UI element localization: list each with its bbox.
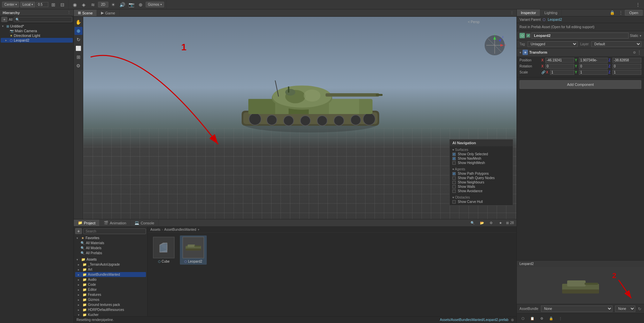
hand-tool-btn[interactable]: ✋ [75,18,83,26]
transform-more-btn[interactable]: ⋮ [637,50,641,55]
fx-btn[interactable]: 📷 [128,1,136,8]
grid-icon-btn[interactable]: ⊟ [58,1,66,8]
move-tool-btn[interactable]: ⊕ [75,27,83,35]
asset-folder-gizmos[interactable]: ▸ 📁 Gizmos [75,297,146,302]
rot-y-input[interactable]: 0 [579,64,608,69]
asset-folder-hdrp[interactable]: ▸ 📁 HDRPDefaultResources [75,307,146,312]
transform-expand-arrow[interactable]: ▾ [519,51,521,54]
favorites-all-models[interactable]: 🔍 All Models [75,246,146,251]
game-tab[interactable]: ▶ Game [97,10,119,16]
add-component-btn[interactable]: Add Component [519,80,641,89]
hierarchy-more[interactable]: ⋮ [67,10,71,15]
hierarchy-add-btn[interactable]: + [1,17,7,22]
rot-z-input[interactable]: 0 [612,64,641,69]
project-icon1[interactable]: 🔍 [468,219,477,227]
project-icon2[interactable]: 📂 [478,219,486,227]
object-name-input[interactable] [532,33,629,39]
ai-nav-show-heightmesh[interactable]: Show HeightMesh [452,161,510,165]
project-icon3[interactable]: ⚙ [487,219,495,227]
console-tab[interactable]: 💻 Console [131,220,158,226]
inspector-lock-btn[interactable]: 🔒 [608,10,617,15]
camera-btn[interactable]: ⊕ [137,1,145,8]
inspector-tab[interactable]: Inspector [517,9,540,16]
compass-gizmo[interactable]: Y X Z [483,34,506,57]
center-dropdown[interactable]: Center [2,2,19,7]
lighting-toggle-btn[interactable]: ☀ [109,1,117,8]
snap-value-input[interactable] [36,2,48,7]
tree-item-leopard2[interactable]: ▸ ⬡ Leopard2 [1,38,73,43]
transform-options-btn[interactable]: ⚙ [633,51,636,54]
pos-x-input[interactable]: -46.19241 [545,58,574,63]
path-dropdown-arrow[interactable]: ▾ [198,228,199,231]
pos-y-input[interactable]: 1.907349e- [579,58,608,63]
lighting-tab[interactable]: Lighting [540,9,562,16]
2d-btn[interactable]: 2D [98,2,108,7]
ai-nav-show-neighbours[interactable]: Show Neighbours [452,180,510,184]
path-assetbundles[interactable]: AssetBundlesWanted [164,228,196,231]
favorites-header[interactable]: ▾ ★ Favorites [75,235,146,240]
ai-nav-show-carve-hull[interactable]: Show Carve Hull [452,200,510,204]
inspector-bottom-btn5[interactable]: ⋮ [556,315,564,322]
inspector-bottom-btn2[interactable]: 📋 [528,315,536,322]
favorites-all-materials[interactable]: 🔍 All Materials [75,240,146,246]
pos-z-input[interactable]: -38.82858 [612,58,641,63]
assets-root-header[interactable]: ▾ 📁 Assets [75,257,146,262]
ai-nav-show-walls[interactable]: Show Walls [452,184,510,189]
scene-more-btn[interactable]: ⋮ [507,11,516,15]
asset-folder-terrain[interactable]: ▸ 📁 _TerrainAutoUpgrade [75,262,146,267]
rotate-tool-btn[interactable]: ↻ [75,36,83,44]
inspector-more-btn[interactable]: ⋮ [617,10,625,15]
tree-item-directional-light[interactable]: ☀ Directional Light [1,33,73,38]
asset-folder-features[interactable]: ▸ 📁 Features [75,292,146,297]
view-mode-btn[interactable]: ◉ [71,1,79,8]
scale-tool-btn[interactable]: ⬜ [75,44,83,52]
ai-nav-show-navmesh[interactable]: ✓ Show NavMesh [452,156,510,161]
project-tab[interactable]: 📁 Project [74,220,100,226]
project-add-btn[interactable]: + [75,228,82,234]
object-checkbox[interactable]: ✓ [526,34,530,38]
asset-folder-kucher[interactable]: ▾ 📁 Kucher [75,312,146,316]
scale-y-input[interactable]: 1 [579,70,608,75]
snap-icon-btn[interactable]: ⊞ [49,1,57,8]
ai-nav-show-avoidance[interactable]: Show Avoidance [452,189,510,193]
rot-x-input[interactable]: 0 [545,64,574,69]
asset-folder-assetbundles[interactable]: ▸ 📁 AssetBundlesWanted [75,272,146,277]
asset-folder-code[interactable]: ▸ 📁 Code [75,282,146,287]
scale-z-input[interactable]: 1 [612,70,641,75]
more-options-btn[interactable]: ⋮ [634,1,642,8]
scale-x-input[interactable]: 1 [550,70,574,75]
ai-nav-show-path-query-nodes[interactable]: Show Path Query Nodes [452,176,510,180]
inspector-bottom-btn4[interactable]: 🔒 [547,315,555,322]
scale-link-icon[interactable]: 🔗 [541,70,545,74]
open-btn[interactable]: Open [625,10,643,16]
asset-bundle-refresh-btn[interactable]: ↻ [638,307,641,311]
audio-toggle-btn[interactable]: 🔊 [118,1,127,8]
static-dropdown-arrow[interactable]: ▾ [640,34,641,38]
asset-folder-editor[interactable]: ▸ 📁 Editor [75,287,146,292]
asset-folder-art[interactable]: ▸ 📁 Art [75,267,146,272]
ai-nav-show-only-selected[interactable]: ✓ Show Only Selected [452,152,510,156]
inspector-bottom-btn3[interactable]: ⚙ [538,315,546,322]
asset-folder-ground-textures[interactable]: ▸ 📁 Ground textures pack [75,302,146,307]
gizmos-dropdown[interactable]: Gizmos [146,2,164,7]
ai-nav-show-path-polygons[interactable]: ✓ Show Path Polygons [452,171,510,176]
project-search-input[interactable] [83,228,146,234]
asset-bundle-dropdown[interactable]: None [541,306,612,312]
audio-btn[interactable]: ◈ [80,1,88,8]
asset-bundle-variant-dropdown[interactable]: None [615,306,635,312]
asset-item-cube[interactable]: ⬡ Cube [150,235,177,265]
asset-item-leopard2[interactable]: ⬡ Leopard2 [180,235,207,265]
effects-btn[interactable]: ≋ [89,1,97,8]
transform-tool-btn[interactable]: ⚙ [75,62,83,70]
asset-folder-audio[interactable]: ▸ 📁 Audio [75,277,146,282]
project-icon4[interactable]: ★ [497,219,505,227]
favorites-all-prefabs[interactable]: 🔍 All Prefabs [75,251,146,256]
local-dropdown[interactable]: Local [20,2,35,7]
layer-dropdown[interactable]: Default [591,41,641,47]
tag-dropdown[interactable]: Untagged [528,41,578,47]
scene-tab[interactable]: ⊞ Scene [74,10,97,16]
inspector-bottom-btn1[interactable]: ⬡ [519,315,527,322]
path-assets[interactable]: Assets [150,228,160,231]
tree-item-main-camera[interactable]: 📷 Main Camera [1,29,73,33]
rect-tool-btn[interactable]: ⊞ [75,53,83,61]
